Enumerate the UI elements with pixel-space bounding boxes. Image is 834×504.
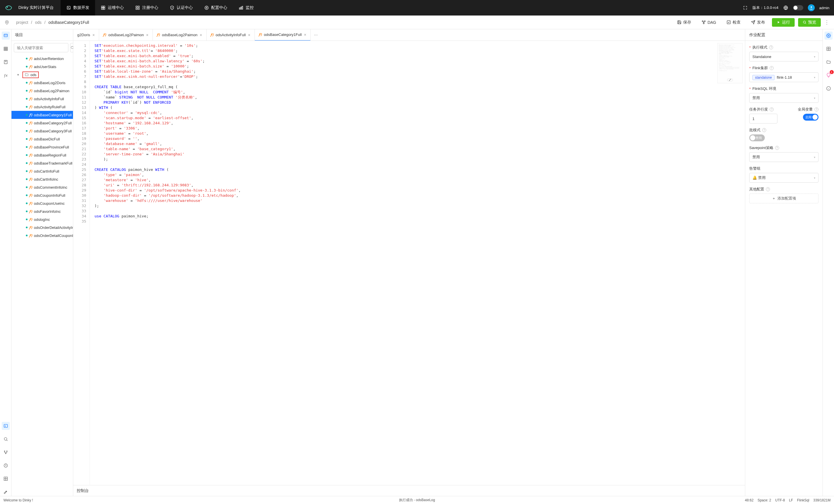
user-avatar[interactable] [808,4,815,11]
help-icon[interactable]: ? [770,66,774,70]
rail-wrench-icon[interactable] [2,488,10,496]
tree-file[interactable]: Ƒ⟩adsUserRetention [12,54,73,63]
tree-file[interactable]: Ƒ⟩odsCartInfoFull [12,167,73,175]
env-select[interactable]: 禁用▾ [749,93,818,103]
tree-file[interactable]: Ƒ⟩odsBaseProvinceFull [12,143,73,151]
tree-file[interactable]: Ƒ⟩odsBaseTrademarkFull [12,159,73,167]
status-lang[interactable]: FlinkSql [797,498,809,502]
tree-file[interactable]: Ƒ⟩odsBaseLog2Paimon [12,87,73,95]
tree-file[interactable]: Ƒ⟩odsBaseCategory2Full [12,119,73,127]
nav-item-3[interactable]: 认证中心 [164,0,199,16]
alert-select[interactable]: 🔔 禁用▾ [749,173,818,183]
rail-grid-icon[interactable] [2,475,10,483]
editor-tab[interactable]: Ƒ⟩odsBaseCategory1Full× [255,29,311,41]
parallelism-input[interactable]: 1 [749,114,777,123]
tree-file[interactable]: Ƒ⟩odsCommentInfoInc [12,183,73,191]
tree-file[interactable]: Ƒ⟩odsCouponUseInc [12,199,73,207]
svg-point-17 [6,21,7,22]
tab-more[interactable]: ⋯ [311,33,321,37]
close-icon[interactable]: × [200,33,202,37]
theme-toggle[interactable] [793,5,803,10]
language-icon[interactable] [783,5,788,10]
close-icon[interactable]: × [304,32,306,37]
help-icon[interactable]: ? [814,108,818,111]
tree-file[interactable]: Ƒ⟩adsUserStats [12,63,73,71]
cluster-select[interactable]: standaloneflink-1.18▾ [749,72,818,82]
status-dot [26,130,27,132]
flink-file-icon: Ƒ⟩ [29,202,32,205]
tree-search-input[interactable] [14,43,68,52]
nav-item-4[interactable]: 配置中心 [199,0,233,16]
rail-search-icon[interactable] [2,435,10,443]
status-encoding[interactable]: UTF-8 [775,498,785,502]
exec-mode-select[interactable]: Standalone▾ [749,52,818,62]
tree-file[interactable]: Ƒ⟩odsOrderDetailActivityInc [12,224,73,231]
code-editor[interactable]: 1234567891011121314151617181920212223242… [73,41,745,485]
tree-file[interactable]: Ƒ⟩odslogInc [12,215,73,224]
expand-icon[interactable]: ⤢ [727,79,733,81]
tree-file[interactable]: Ƒ⟩odsActivityRuleFull [12,103,73,111]
rail-fx-icon[interactable]: ƒx [2,71,10,79]
help-icon[interactable]: ? [769,45,773,49]
status-space[interactable]: Space: 2 [758,498,771,502]
status-eol[interactable]: LF [789,498,793,502]
status-cursor[interactable]: 48:62 [745,498,753,502]
tree-file[interactable]: Ƒ⟩odsBaseCategory1Full [12,111,73,119]
folder-icon[interactable] [825,58,833,66]
rail-sql-icon[interactable] [2,31,10,40]
editor-tab[interactable]: g2Doris× [73,29,99,41]
publish-button[interactable]: 发布 [748,18,768,27]
settings-icon[interactable] [825,31,833,40]
more-icon[interactable]: ⋮ [824,19,829,26]
editor-tab[interactable]: Ƒ⟩odsBaseLog2Paimon× [99,29,153,41]
close-icon[interactable]: × [248,33,250,37]
editor-tab[interactable]: Ƒ⟩odsBaseLog2Paimon× [153,29,206,41]
console-bar[interactable]: 控制台 [73,485,745,496]
tree-file[interactable]: Ƒ⟩odsBaseCategory3Full [12,127,73,135]
help-icon[interactable]: ? [762,128,766,132]
save-button[interactable]: 保存 [674,18,695,27]
flink-file-icon: Ƒ⟩ [29,97,32,101]
nav-item-5[interactable]: 监控 [233,0,259,16]
grid-icon[interactable] [825,45,833,53]
tree-file[interactable]: Ƒ⟩odsCouponInfoFull [12,191,73,199]
add-config-button[interactable]: ＋添加配置项 [749,193,818,203]
savepoint-select[interactable]: 禁用▾ [749,152,818,162]
nav-item-2[interactable]: 注册中心 [130,0,164,16]
tree-file[interactable]: Ƒ⟩odsBaseRegionFull [12,151,73,159]
rail-db-icon[interactable] [2,58,10,66]
dag-button[interactable]: DAG [698,18,720,26]
check-button[interactable]: 检查 [723,18,744,27]
tree-file[interactable]: Ƒ⟩odsFavorInfoInc [12,207,73,215]
nav-item-0[interactable]: 数据开发 [61,0,95,16]
minimap[interactable]: SET'execution.checkpointing.interval' = … [717,43,743,83]
editor-tabs: g2Doris×Ƒ⟩odsBaseLog2Paimon×Ƒ⟩odsBaseLog… [73,29,745,41]
breadcrumb-part[interactable]: project [16,20,28,25]
tree-file[interactable]: Ƒ⟩odsActivityInfoFull [12,95,73,103]
run-button[interactable]: 运行 [772,18,795,27]
rail-history-icon[interactable] [2,461,10,469]
preview-button[interactable]: 预览 [798,18,821,27]
rail-table-icon[interactable] [2,45,10,53]
tree-file[interactable]: Ƒ⟩odsBaseLog2Doris [12,79,73,87]
tree-file[interactable]: Ƒ⟩odsBaseDicFull [12,135,73,143]
rail-terminal-icon[interactable] [2,422,10,430]
globalvar-switch[interactable]: 启用 [803,114,818,121]
help-icon[interactable]: ? [775,146,779,150]
rail-branch-icon[interactable] [2,448,10,456]
tree-folder[interactable]: ▼ods [12,71,73,79]
help-icon[interactable]: ? [770,108,774,111]
info-icon[interactable] [825,85,833,92]
close-icon[interactable]: × [92,33,95,37]
fullscreen-icon[interactable] [743,5,748,10]
bulb-icon[interactable]: 1 [825,71,833,79]
editor-tab[interactable]: Ƒ⟩odsActivityInfoFull× [206,29,255,41]
nav-item-1[interactable]: 运维中心 [95,0,130,16]
batch-switch[interactable]: 禁用 [749,134,765,141]
help-icon[interactable]: ? [766,187,770,191]
tree-file[interactable]: Ƒ⟩odsOrderDetailCouponInc [12,231,73,239]
user-name[interactable]: admin [819,6,829,10]
close-icon[interactable]: × [146,33,149,37]
breadcrumb-part[interactable]: ods [35,20,42,25]
tree-file[interactable]: Ƒ⟩odsCartInfoInc [12,175,73,183]
